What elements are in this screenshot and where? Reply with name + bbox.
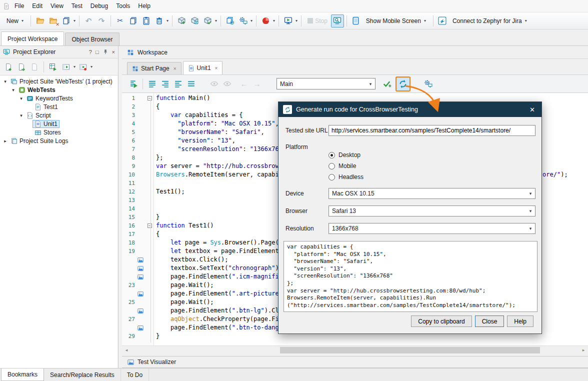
browser-select[interactable]: Safari 13▾ — [328, 206, 536, 216]
close-tab-icon[interactable]: × — [215, 66, 218, 71]
delete-button[interactable] — [152, 14, 166, 28]
copy-to-clipboard-button[interactable]: Copy to clipboard — [411, 316, 472, 327]
menu-help[interactable]: Help — [134, 0, 154, 12]
close-panel-button[interactable]: × — [112, 49, 115, 55]
add-checkpoint-button[interactable] — [201, 14, 214, 28]
menu-view[interactable]: View — [46, 0, 68, 12]
expander-expanded-icon[interactable]: ▾ — [2, 79, 8, 84]
help-button[interactable]: Help — [507, 316, 534, 327]
pin-panel-button[interactable] — [102, 49, 108, 55]
tree-item-unit1[interactable]: Unit1 — [0, 120, 118, 128]
save-dropdown-icon[interactable]: ▾ — [74, 18, 76, 23]
tree-item-webtests[interactable]: ▾WebTests — [0, 86, 118, 94]
menu-tools[interactable]: Tools — [112, 0, 134, 12]
mobile-screen-icon-button[interactable] — [350, 14, 362, 28]
menu-file[interactable]: File — [10, 0, 28, 12]
tools-dropdown-icon[interactable]: ▾ — [250, 18, 252, 23]
expander-expanded-icon[interactable]: ▾ — [10, 88, 16, 92]
undo-button[interactable]: ↶ — [82, 14, 95, 28]
zephyr-icon-button[interactable] — [436, 14, 449, 28]
tree-item-stores[interactable]: Stores — [0, 128, 118, 136]
tab-project-workspace[interactable]: Project Workspace — [1, 32, 64, 46]
visualizer-frame-icon[interactable] — [137, 266, 146, 272]
test-visualizer-bar[interactable]: Test Visualizer — [122, 356, 588, 368]
open-file-button[interactable] — [34, 14, 46, 28]
float-window-button[interactable]: □ — [96, 49, 99, 55]
tree-item-script[interactable]: ▾Script — [0, 111, 118, 120]
fold-collapse-icon[interactable]: − — [148, 96, 152, 100]
bottom-tab-search-replace-results[interactable]: Search/Replace Results — [44, 368, 121, 381]
menu-test[interactable]: Test — [68, 0, 86, 12]
dialog-header[interactable]: Generate run code for CrossBrowserTestin… — [278, 102, 542, 117]
tools-options-button[interactable] — [236, 14, 250, 28]
scrollbar-thumb[interactable] — [280, 347, 540, 354]
visualizer-frame-icon[interactable] — [137, 274, 146, 280]
tested-site-url-input[interactable] — [328, 125, 536, 136]
tab-object-browser[interactable]: Object Browser — [65, 32, 119, 46]
delete-dropdown-icon[interactable]: ▾ — [166, 18, 168, 23]
run-project-suite-button[interactable] — [76, 60, 90, 74]
navigate-back-button[interactable]: ← — [238, 78, 250, 90]
radio-headless[interactable]: Headless — [328, 172, 364, 182]
add-new-item-button[interactable] — [2, 60, 15, 74]
save-all-button[interactable] — [60, 14, 72, 28]
run-suite-dropdown-icon[interactable]: ▾ — [90, 64, 92, 69]
add-existing-item-button[interactable] — [15, 60, 28, 74]
toggle-visualizer-button[interactable] — [331, 14, 344, 28]
visualizer-frame-icon[interactable] — [137, 308, 146, 314]
radio-mobile[interactable]: Mobile — [328, 160, 364, 172]
add-web-testing-button[interactable] — [188, 14, 201, 28]
hide-code-button[interactable] — [220, 78, 234, 90]
checkpoint-dropdown-icon[interactable]: ▾ — [215, 18, 217, 23]
run-routine-button[interactable] — [127, 78, 140, 90]
expander-expanded-icon[interactable]: ▾ — [18, 113, 24, 118]
toggle-lines-button[interactable] — [184, 78, 198, 90]
close-button[interactable]: Close — [475, 316, 504, 327]
visualizer-frame-icon[interactable] — [137, 257, 146, 263]
run-project-button[interactable] — [60, 60, 72, 74]
scroll-right-icon[interactable]: ▸ — [580, 346, 588, 354]
tree-item-keywordtests[interactable]: ▾KeywordTests — [0, 94, 118, 102]
organize-items-button[interactable] — [46, 60, 60, 74]
help-button[interactable]: ? — [89, 49, 92, 55]
visualizer-frame-icon[interactable] — [137, 325, 146, 331]
bottom-tab-bookmarks[interactable]: Bookmarks — [1, 368, 44, 381]
remove-item-button[interactable] — [28, 60, 41, 74]
close-dialog-button[interactable]: ✕ — [528, 106, 537, 114]
resolution-select[interactable]: 1366x768▾ — [328, 223, 536, 234]
visualizer-frame-icon[interactable] — [137, 291, 146, 297]
tree-item-project-suite-logs[interactable]: ▸Project Suite Logs — [0, 136, 118, 145]
doc-tab-unit1[interactable]: Unit1× — [183, 61, 223, 74]
doc-tab-start-page[interactable]: Start Page× — [127, 62, 182, 74]
record-dropdown-icon[interactable]: ▾ — [273, 18, 275, 23]
navigate-forward-button[interactable]: → — [250, 78, 264, 90]
redo-button[interactable]: ↷ — [95, 14, 108, 28]
copy-button[interactable] — [126, 14, 140, 28]
stop-button[interactable]: Stop — [304, 16, 331, 26]
close-tab-icon[interactable]: × — [174, 66, 176, 72]
indent-right-button[interactable] — [158, 78, 172, 90]
device-select[interactable]: Mac OSX 10.15▾ — [328, 188, 536, 199]
tree-item-project-suite-webtests-1-project[interactable]: ▾Project Suite 'WebTests' (1 project) — [0, 77, 118, 86]
menu-debug[interactable]: Debug — [86, 0, 112, 12]
close-file-button[interactable]: ✕ — [46, 14, 60, 28]
indent-left-button[interactable] — [172, 78, 184, 90]
expander-collapsed-icon[interactable]: ▸ — [2, 138, 8, 144]
connect-zephyr-button[interactable]: Connect to Zephyr for Jira▾ — [449, 16, 532, 26]
run-project-dropdown-icon[interactable]: ▾ — [74, 64, 76, 69]
bottom-tab-to-do[interactable]: To Do — [121, 368, 149, 381]
record-test-button[interactable] — [259, 14, 272, 28]
scroll-left-icon[interactable]: ◂ — [122, 346, 130, 354]
show-hidden-button[interactable] — [208, 78, 220, 90]
new-button[interactable]: New▾ — [3, 16, 28, 26]
routine-select[interactable]: Main▾ — [276, 78, 376, 90]
show-mobile-screen-button[interactable]: Show Mobile Screen▾ — [362, 16, 430, 26]
tree-item-test1[interactable]: Test1 — [0, 102, 118, 111]
fold-collapse-icon[interactable]: − — [148, 224, 152, 228]
menu-edit[interactable]: Edit — [28, 0, 46, 12]
radio-desktop[interactable]: Desktop — [328, 150, 364, 160]
expander-expanded-icon[interactable]: ▾ — [18, 96, 24, 101]
run-dropdown-icon[interactable]: ▾ — [296, 18, 298, 23]
compare-files-button[interactable] — [224, 14, 236, 28]
run-test-button[interactable] — [282, 14, 294, 28]
